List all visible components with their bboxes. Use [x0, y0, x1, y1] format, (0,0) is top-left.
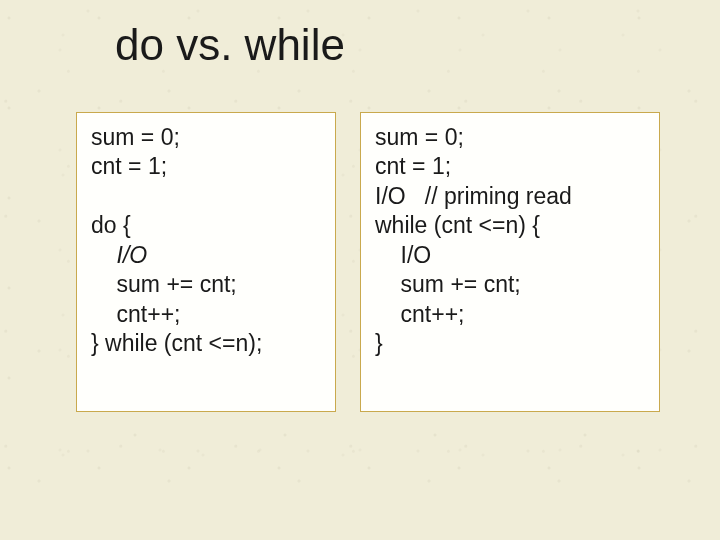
- code-line: cnt = 1;: [375, 152, 645, 181]
- code-line: do {: [91, 211, 321, 240]
- code-line: sum = 0;: [91, 123, 321, 152]
- slide-title: do vs. while: [115, 20, 345, 70]
- blank-line: [91, 182, 321, 211]
- code-line: I/O // priming read: [375, 182, 645, 211]
- code-line: }: [375, 329, 645, 358]
- code-line: sum += cnt;: [375, 270, 645, 299]
- code-line: cnt++;: [91, 300, 321, 329]
- code-line: cnt++;: [375, 300, 645, 329]
- code-line: sum += cnt;: [91, 270, 321, 299]
- code-line: sum = 0;: [375, 123, 645, 152]
- do-while-code-box: sum = 0; cnt = 1; do { I/O sum += cnt; c…: [76, 112, 336, 412]
- code-line: while (cnt <=n) {: [375, 211, 645, 240]
- code-line: I/O: [375, 241, 645, 270]
- code-line: cnt = 1;: [91, 152, 321, 181]
- while-code-box: sum = 0; cnt = 1; I/O // priming read wh…: [360, 112, 660, 412]
- code-line: I/O: [91, 241, 321, 270]
- code-line: } while (cnt <=n);: [91, 329, 321, 358]
